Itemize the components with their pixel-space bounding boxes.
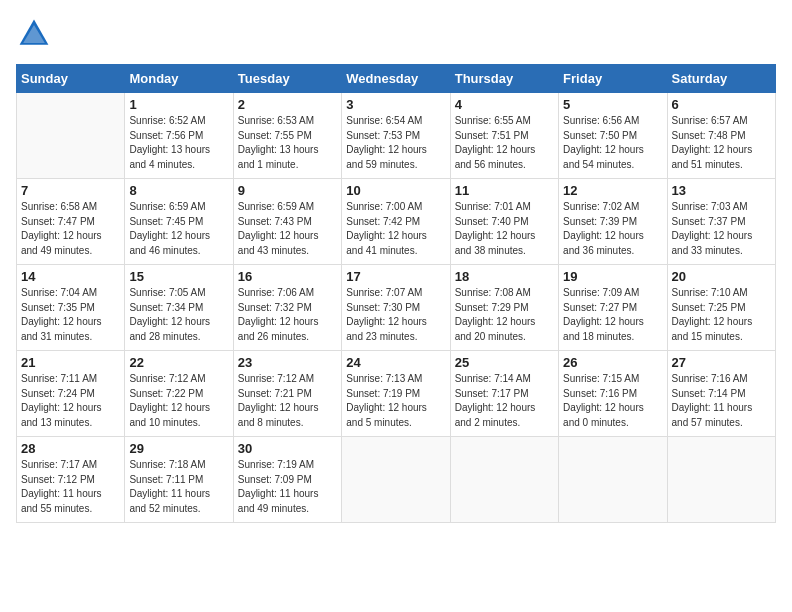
day-info: Sunrise: 7:15 AM Sunset: 7:16 PM Dayligh…	[563, 372, 662, 430]
calendar-cell: 9Sunrise: 6:59 AM Sunset: 7:43 PM Daylig…	[233, 179, 341, 265]
day-info: Sunrise: 6:57 AM Sunset: 7:48 PM Dayligh…	[672, 114, 771, 172]
calendar-cell: 14Sunrise: 7:04 AM Sunset: 7:35 PM Dayli…	[17, 265, 125, 351]
day-info: Sunrise: 7:07 AM Sunset: 7:30 PM Dayligh…	[346, 286, 445, 344]
day-number: 3	[346, 97, 445, 112]
day-info: Sunrise: 7:13 AM Sunset: 7:19 PM Dayligh…	[346, 372, 445, 430]
calendar-cell: 6Sunrise: 6:57 AM Sunset: 7:48 PM Daylig…	[667, 93, 775, 179]
day-info: Sunrise: 7:05 AM Sunset: 7:34 PM Dayligh…	[129, 286, 228, 344]
day-number: 22	[129, 355, 228, 370]
day-info: Sunrise: 6:55 AM Sunset: 7:51 PM Dayligh…	[455, 114, 554, 172]
calendar-cell: 13Sunrise: 7:03 AM Sunset: 7:37 PM Dayli…	[667, 179, 775, 265]
calendar-body: 1Sunrise: 6:52 AM Sunset: 7:56 PM Daylig…	[17, 93, 776, 523]
day-info: Sunrise: 7:09 AM Sunset: 7:27 PM Dayligh…	[563, 286, 662, 344]
day-info: Sunrise: 7:10 AM Sunset: 7:25 PM Dayligh…	[672, 286, 771, 344]
header-day-thursday: Thursday	[450, 65, 558, 93]
day-info: Sunrise: 7:16 AM Sunset: 7:14 PM Dayligh…	[672, 372, 771, 430]
calendar-cell: 17Sunrise: 7:07 AM Sunset: 7:30 PM Dayli…	[342, 265, 450, 351]
header	[16, 16, 776, 52]
day-number: 18	[455, 269, 554, 284]
calendar-cell: 29Sunrise: 7:18 AM Sunset: 7:11 PM Dayli…	[125, 437, 233, 523]
day-info: Sunrise: 6:53 AM Sunset: 7:55 PM Dayligh…	[238, 114, 337, 172]
day-info: Sunrise: 7:02 AM Sunset: 7:39 PM Dayligh…	[563, 200, 662, 258]
calendar-cell: 22Sunrise: 7:12 AM Sunset: 7:22 PM Dayli…	[125, 351, 233, 437]
calendar-cell: 3Sunrise: 6:54 AM Sunset: 7:53 PM Daylig…	[342, 93, 450, 179]
day-info: Sunrise: 7:18 AM Sunset: 7:11 PM Dayligh…	[129, 458, 228, 516]
header-day-monday: Monday	[125, 65, 233, 93]
day-info: Sunrise: 6:59 AM Sunset: 7:45 PM Dayligh…	[129, 200, 228, 258]
day-number: 1	[129, 97, 228, 112]
header-day-friday: Friday	[559, 65, 667, 93]
day-number: 11	[455, 183, 554, 198]
day-number: 16	[238, 269, 337, 284]
calendar-cell: 12Sunrise: 7:02 AM Sunset: 7:39 PM Dayli…	[559, 179, 667, 265]
day-number: 29	[129, 441, 228, 456]
day-info: Sunrise: 7:12 AM Sunset: 7:21 PM Dayligh…	[238, 372, 337, 430]
calendar-cell: 24Sunrise: 7:13 AM Sunset: 7:19 PM Dayli…	[342, 351, 450, 437]
day-number: 28	[21, 441, 120, 456]
week-row-3: 14Sunrise: 7:04 AM Sunset: 7:35 PM Dayli…	[17, 265, 776, 351]
calendar-cell	[450, 437, 558, 523]
calendar-cell: 28Sunrise: 7:17 AM Sunset: 7:12 PM Dayli…	[17, 437, 125, 523]
header-row: SundayMondayTuesdayWednesdayThursdayFrid…	[17, 65, 776, 93]
header-day-wednesday: Wednesday	[342, 65, 450, 93]
calendar-cell: 10Sunrise: 7:00 AM Sunset: 7:42 PM Dayli…	[342, 179, 450, 265]
calendar-cell: 18Sunrise: 7:08 AM Sunset: 7:29 PM Dayli…	[450, 265, 558, 351]
calendar-cell: 15Sunrise: 7:05 AM Sunset: 7:34 PM Dayli…	[125, 265, 233, 351]
day-info: Sunrise: 7:01 AM Sunset: 7:40 PM Dayligh…	[455, 200, 554, 258]
calendar-cell: 20Sunrise: 7:10 AM Sunset: 7:25 PM Dayli…	[667, 265, 775, 351]
day-info: Sunrise: 6:54 AM Sunset: 7:53 PM Dayligh…	[346, 114, 445, 172]
day-number: 24	[346, 355, 445, 370]
calendar-cell: 11Sunrise: 7:01 AM Sunset: 7:40 PM Dayli…	[450, 179, 558, 265]
day-info: Sunrise: 6:59 AM Sunset: 7:43 PM Dayligh…	[238, 200, 337, 258]
day-number: 10	[346, 183, 445, 198]
calendar-cell	[17, 93, 125, 179]
calendar-cell: 5Sunrise: 6:56 AM Sunset: 7:50 PM Daylig…	[559, 93, 667, 179]
day-info: Sunrise: 7:04 AM Sunset: 7:35 PM Dayligh…	[21, 286, 120, 344]
day-number: 13	[672, 183, 771, 198]
calendar-cell	[342, 437, 450, 523]
calendar-cell: 1Sunrise: 6:52 AM Sunset: 7:56 PM Daylig…	[125, 93, 233, 179]
logo	[16, 16, 58, 52]
calendar-cell: 27Sunrise: 7:16 AM Sunset: 7:14 PM Dayli…	[667, 351, 775, 437]
week-row-1: 1Sunrise: 6:52 AM Sunset: 7:56 PM Daylig…	[17, 93, 776, 179]
day-number: 25	[455, 355, 554, 370]
header-day-saturday: Saturday	[667, 65, 775, 93]
calendar-cell: 7Sunrise: 6:58 AM Sunset: 7:47 PM Daylig…	[17, 179, 125, 265]
day-info: Sunrise: 7:19 AM Sunset: 7:09 PM Dayligh…	[238, 458, 337, 516]
logo-icon	[16, 16, 52, 52]
day-info: Sunrise: 7:12 AM Sunset: 7:22 PM Dayligh…	[129, 372, 228, 430]
calendar-table: SundayMondayTuesdayWednesdayThursdayFrid…	[16, 64, 776, 523]
calendar-cell	[667, 437, 775, 523]
day-number: 7	[21, 183, 120, 198]
day-number: 9	[238, 183, 337, 198]
day-number: 4	[455, 97, 554, 112]
day-number: 17	[346, 269, 445, 284]
calendar-cell: 30Sunrise: 7:19 AM Sunset: 7:09 PM Dayli…	[233, 437, 341, 523]
day-number: 19	[563, 269, 662, 284]
day-number: 2	[238, 97, 337, 112]
calendar-cell: 2Sunrise: 6:53 AM Sunset: 7:55 PM Daylig…	[233, 93, 341, 179]
day-info: Sunrise: 7:11 AM Sunset: 7:24 PM Dayligh…	[21, 372, 120, 430]
day-number: 23	[238, 355, 337, 370]
day-number: 12	[563, 183, 662, 198]
calendar-cell: 8Sunrise: 6:59 AM Sunset: 7:45 PM Daylig…	[125, 179, 233, 265]
day-number: 8	[129, 183, 228, 198]
day-number: 6	[672, 97, 771, 112]
day-info: Sunrise: 7:06 AM Sunset: 7:32 PM Dayligh…	[238, 286, 337, 344]
calendar-header: SundayMondayTuesdayWednesdayThursdayFrid…	[17, 65, 776, 93]
day-number: 15	[129, 269, 228, 284]
day-number: 26	[563, 355, 662, 370]
calendar-cell: 26Sunrise: 7:15 AM Sunset: 7:16 PM Dayli…	[559, 351, 667, 437]
week-row-4: 21Sunrise: 7:11 AM Sunset: 7:24 PM Dayli…	[17, 351, 776, 437]
week-row-2: 7Sunrise: 6:58 AM Sunset: 7:47 PM Daylig…	[17, 179, 776, 265]
calendar-cell: 23Sunrise: 7:12 AM Sunset: 7:21 PM Dayli…	[233, 351, 341, 437]
calendar-cell: 25Sunrise: 7:14 AM Sunset: 7:17 PM Dayli…	[450, 351, 558, 437]
header-day-tuesday: Tuesday	[233, 65, 341, 93]
day-number: 5	[563, 97, 662, 112]
header-day-sunday: Sunday	[17, 65, 125, 93]
day-info: Sunrise: 7:17 AM Sunset: 7:12 PM Dayligh…	[21, 458, 120, 516]
day-number: 21	[21, 355, 120, 370]
calendar-cell: 16Sunrise: 7:06 AM Sunset: 7:32 PM Dayli…	[233, 265, 341, 351]
day-number: 20	[672, 269, 771, 284]
day-info: Sunrise: 7:03 AM Sunset: 7:37 PM Dayligh…	[672, 200, 771, 258]
